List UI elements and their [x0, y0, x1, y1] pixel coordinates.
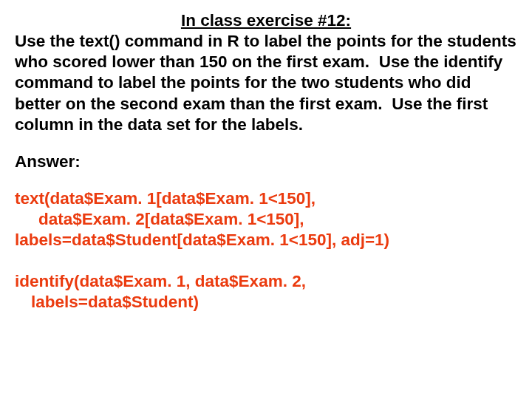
code-line: labels=data$Student): [15, 292, 517, 313]
code-block-text: text(data$Exam. 1[data$Exam. 1<150], dat…: [15, 188, 517, 250]
answer-label: Answer:: [15, 151, 517, 172]
exercise-prompt: Use the text() command in R to label the…: [15, 31, 517, 135]
code-block-identify: identify(data$Exam. 1, data$Exam. 2, lab…: [15, 271, 517, 313]
exercise-title: In class exercise #12:: [15, 10, 517, 31]
code-line: text(data$Exam. 1[data$Exam. 1<150],: [15, 188, 517, 209]
slide: In class exercise #12: Use the text() co…: [0, 0, 532, 313]
code-line: labels=data$Student[data$Exam. 1<150], a…: [15, 230, 517, 250]
code-line: identify(data$Exam. 1, data$Exam. 2,: [15, 271, 517, 292]
code-line: data$Exam. 2[data$Exam. 1<150],: [15, 209, 517, 230]
